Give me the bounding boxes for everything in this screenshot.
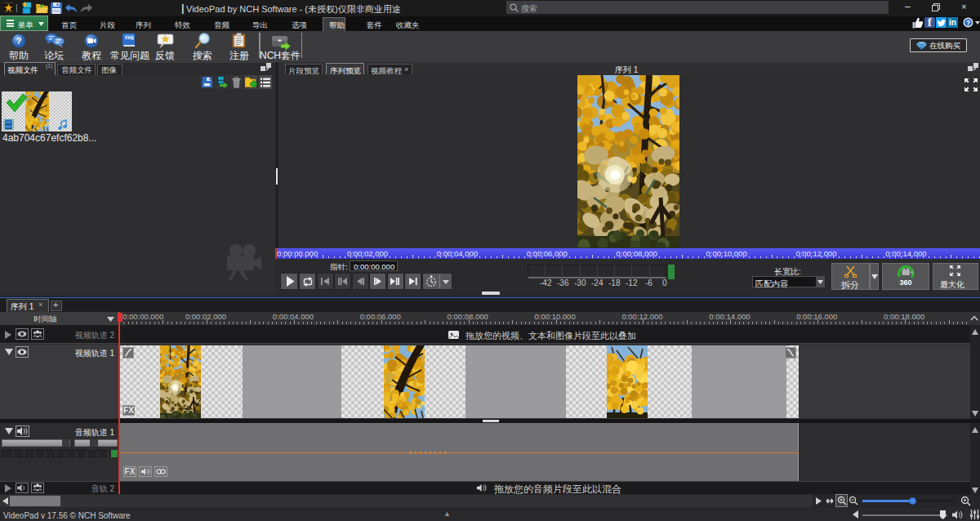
svg-text:?: ? [16,36,22,46]
svg-text:FAQ: FAQ [125,35,133,40]
svg-text:?: ? [966,19,970,27]
